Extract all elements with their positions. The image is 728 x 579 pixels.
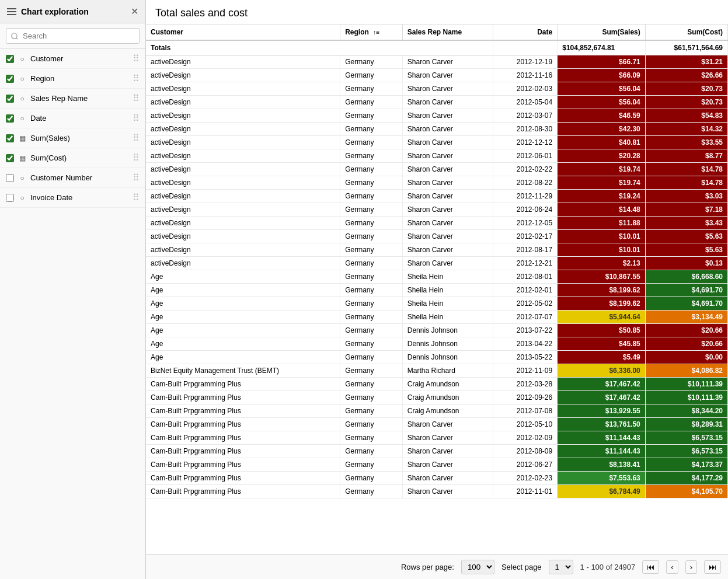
table-row: activeDesignGermanySharon Carver2012-08-… [146,243,728,257]
checkbox-invoice-date[interactable] [6,194,14,202]
sidebar-item-region: ○Region⠿ [0,69,145,89]
prev-page-button[interactable]: ‹ [666,560,678,574]
table-wrapper[interactable]: Customer Region ↑≡ Sales Rep Name Date S… [146,25,728,554]
drag-handle-sum-cost[interactable]: ⠿ [133,152,140,163]
label-invoice-date: Invoice Date [30,193,129,202]
table-row: activeDesignGermanySharon Carver2012-02-… [146,82,728,96]
checkbox-sum-cost[interactable] [6,154,14,162]
table-row: activeDesignGermanySharon Carver2012-02-… [146,163,728,176]
label-customer-number: Customer Number [30,173,129,182]
sidebar-title: Chart exploration [7,7,89,16]
field-icon-customer-number: ○ [18,174,27,182]
table-row: activeDesignGermanySharon Carver2012-12-… [146,55,728,69]
table-row: BizNet Equity Management Trust (BEMT)Ger… [146,364,728,378]
table-row: Cam-Built Prpgramming PlusGermanySharon … [146,445,728,458]
sidebar-header: Chart exploration ✕ [0,0,145,23]
sidebar-title-text: Chart exploration [21,7,89,16]
table-row: Cam-Built Prpgramming PlusGermanyCraig A… [146,391,728,404]
table-row: activeDesignGermanySharon Carver2012-05-… [146,96,728,109]
select-page-label: Select page [501,563,542,571]
label-sales-rep-name: Sales Rep Name [30,94,129,103]
drag-handle-invoice-date[interactable]: ⠿ [133,192,140,203]
col-region[interactable]: Region ↑≡ [340,25,403,40]
page-range: 1 - 100 of 24907 [580,563,636,571]
table-row: AgeGermanyDennis Johnson2013-04-22$45.85… [146,337,728,351]
label-sum-cost: Sum(Cost) [30,154,129,162]
sidebar-item-invoice-date: ○Invoice Date⠿ [0,188,145,208]
drag-handle-region[interactable]: ⠿ [133,73,140,84]
table-row: Cam-Built Prpgramming PlusGermanySharon … [146,485,728,498]
field-icon-sum-sales: ▦ [18,134,27,142]
totals-date [493,40,557,55]
search-box [0,23,145,49]
main-panel: Total sales and cost Customer Region ↑≡ … [146,0,728,579]
table-row: activeDesignGermanySharon Carver2012-12-… [146,257,728,270]
label-date: Date [30,114,129,123]
first-page-button[interactable]: ⏮ [642,560,659,574]
drag-handle-date[interactable]: ⠿ [133,113,140,124]
data-table: Customer Region ↑≡ Sales Rep Name Date S… [146,25,728,498]
table-row: Cam-Built Prpgramming PlusGermanyCraig A… [146,404,728,418]
field-icon-sum-cost: ▦ [18,154,27,162]
drag-handle-customer[interactable]: ⠿ [133,53,140,64]
checkbox-customer-number[interactable] [6,174,14,182]
col-sales-rep[interactable]: Sales Rep Name [402,25,493,40]
col-date[interactable]: Date [493,25,557,40]
sidebar-item-customer-number: ○Customer Number⠿ [0,168,145,188]
table-row: activeDesignGermanySharon Carver2012-08-… [146,176,728,190]
table-row: Cam-Built Prpgramming PlusGermanySharon … [146,431,728,445]
table-row: activeDesignGermanySharon Carver2012-02-… [146,230,728,243]
page-select[interactable]: 1 [549,560,573,574]
table-row: Cam-Built Prpgramming PlusGermanySharon … [146,472,728,485]
label-region: Region [30,74,129,83]
last-page-button[interactable]: ⏭ [704,560,721,574]
table-row: activeDesignGermanySharon Carver2012-11-… [146,190,728,203]
search-input[interactable] [6,28,140,44]
table-row: activeDesignGermanySharon Carver2012-06-… [146,203,728,217]
table-body: Totals $104,852,674.81 $61,571,564.69 ac… [146,40,728,498]
table-row: activeDesignGermanySharon Carver2012-12-… [146,217,728,230]
checkbox-customer[interactable] [6,55,14,63]
field-icon-invoice-date: ○ [18,194,27,202]
field-icon-customer: ○ [18,55,27,63]
table-row: activeDesignGermanySharon Carver2012-12-… [146,136,728,149]
table-row: activeDesignGermanySharon Carver2012-06-… [146,149,728,163]
sidebar-item-sum-cost: ▦Sum(Cost)⠿ [0,148,145,168]
sidebar-item-sum-sales: ▦Sum(Sales)⠿ [0,128,145,148]
sidebar-item-customer: ○Customer⠿ [0,49,145,69]
bars-icon [7,8,16,15]
rows-per-page-select[interactable]: 102550100 [461,560,494,574]
label-customer: Customer [30,54,129,63]
totals-label: Totals [146,40,493,55]
totals-sales: $104,852,674.81 [558,40,646,55]
checkbox-date[interactable] [6,114,14,123]
close-button[interactable]: ✕ [131,6,138,17]
drag-handle-sales-rep-name[interactable]: ⠿ [133,93,140,104]
table-row: Cam-Built Prpgramming PlusGermanyCraig A… [146,378,728,391]
table-row: AgeGermanySheila Hein2012-08-01$10,867.5… [146,270,728,284]
table-header-row: Customer Region ↑≡ Sales Rep Name Date S… [146,25,728,40]
table-row: AgeGermanySheila Hein2012-02-01$8,199.62… [146,284,728,297]
table-row: Cam-Built Prpgramming PlusGermanySharon … [146,458,728,472]
checkbox-sum-sales[interactable] [6,134,14,142]
col-sum-cost[interactable]: Sum(Cost) [645,25,727,40]
checkbox-sales-rep-name[interactable] [6,95,14,103]
totals-cost: $61,571,564.69 [645,40,727,55]
table-row: activeDesignGermanySharon Carver2012-03-… [146,109,728,123]
table-row: activeDesignGermanySharon Carver2012-11-… [146,69,728,82]
sidebar: Chart exploration ✕ ○Customer⠿○Region⠿○S… [0,0,146,579]
field-icon-sales-rep-name: ○ [18,95,27,103]
table-row: Cam-Built Prpgramming PlusGermanySharon … [146,418,728,431]
field-icon-date: ○ [18,114,27,123]
col-sum-sales[interactable]: Sum(Sales) [558,25,646,40]
drag-handle-customer-number[interactable]: ⠿ [133,172,140,183]
next-page-button[interactable]: › [685,560,697,574]
label-sum-sales: Sum(Sales) [30,134,129,142]
page-title: Total sales and cost [146,0,728,25]
table-row: AgeGermanyDennis Johnson2013-05-22$5.49$… [146,351,728,364]
checkbox-region[interactable] [6,75,14,83]
sidebar-item-date: ○Date⠿ [0,109,145,128]
col-customer[interactable]: Customer [146,25,340,40]
table-row: AgeGermanyDennis Johnson2013-07-22$50.85… [146,324,728,337]
drag-handle-sum-sales[interactable]: ⠿ [133,132,140,144]
